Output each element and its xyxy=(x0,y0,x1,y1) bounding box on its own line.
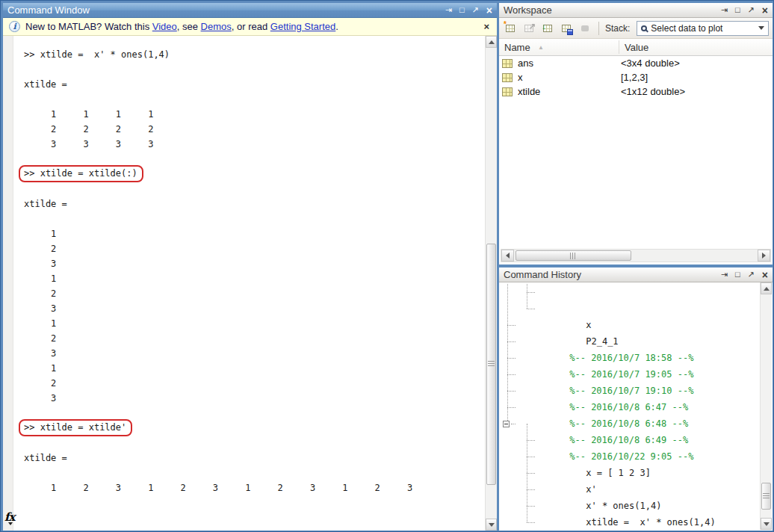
getting-started-link[interactable]: Getting Started xyxy=(270,21,335,32)
dock-icon[interactable]: ⇥ xyxy=(445,6,452,14)
console-line xyxy=(24,435,485,450)
history-item[interactable]: xtilde = x' * ones(1,4) xyxy=(501,481,760,498)
console-line-text: 1 xyxy=(24,363,56,374)
history-item[interactable]: %-- 2016/10/7 18:58 --% xyxy=(501,317,760,333)
console-line: 3 3 3 3 xyxy=(24,136,485,151)
console-line: 3 xyxy=(24,345,485,360)
variable-value: <1x12 double> xyxy=(621,86,685,97)
console-line: 2 xyxy=(24,241,485,256)
info-glyph: i xyxy=(13,22,16,31)
undock-icon[interactable]: ↗ xyxy=(472,6,479,14)
scrollbar-thumb[interactable] xyxy=(486,244,496,485)
workspace-variable-row[interactable]: ans <3x4 double> xyxy=(499,56,773,70)
video-link[interactable]: Video xyxy=(152,21,177,32)
value-column-header[interactable]: Value xyxy=(625,42,648,53)
console-line-text: 3 3 3 3 xyxy=(24,139,153,149)
history-item[interactable]: xtilde = xtilde' xyxy=(501,514,760,530)
history-item[interactable]: %-- 2016/10/7 19:10 --% xyxy=(501,350,760,366)
scroll-up-icon[interactable] xyxy=(761,282,772,294)
console-line: 1 xyxy=(24,226,485,241)
scrollbar-thumb[interactable] xyxy=(516,250,631,261)
banner-close-icon[interactable]: × xyxy=(482,21,491,32)
sort-ascending-icon: ▲ xyxy=(538,44,544,51)
demos-link[interactable]: Demos xyxy=(201,21,232,32)
import-data-button[interactable]: ↓ xyxy=(540,21,555,36)
console-line-text: 1 2 3 1 2 3 1 2 3 1 2 3 xyxy=(24,483,412,493)
history-item[interactable]: P2_4_1 xyxy=(501,300,760,317)
close-icon[interactable]: × xyxy=(762,5,768,16)
scroll-up-icon[interactable] xyxy=(486,36,497,48)
history-item[interactable]: %-- 2016/10/8 6:47 --% xyxy=(501,366,760,383)
scroll-down-icon[interactable] xyxy=(761,518,772,530)
console-line: xtilde = xyxy=(24,76,485,91)
console-line-text: xtilde = xyxy=(24,79,67,90)
variable-name: xtilde xyxy=(518,86,540,97)
console-line-text: 1 xyxy=(24,229,56,239)
variable-value: [1,2,3] xyxy=(621,72,648,83)
scroll-down-icon[interactable] xyxy=(486,519,497,531)
dropdown-arrow-icon xyxy=(758,26,764,30)
command-prompt[interactable]: fx >> xyxy=(24,510,485,525)
delete-variable-icon xyxy=(581,25,589,31)
dock-icon[interactable]: ⇥ xyxy=(721,270,728,279)
console-line: >> xtilde = xtilde' xyxy=(24,420,485,435)
console-line-text: 2 xyxy=(24,288,56,299)
command-window-scrollbar[interactable] xyxy=(485,36,497,531)
history-item[interactable]: %-- 2016/10/22 9:05 --% xyxy=(501,415,760,432)
history-item[interactable]: %-- 2016/10/8 6:49 --% xyxy=(501,399,760,415)
save-workspace-icon xyxy=(567,29,573,35)
console-line: 2 xyxy=(24,330,485,345)
name-column-header[interactable]: Name xyxy=(504,42,530,53)
history-item[interactable]: xtilde = xtilde(:) xyxy=(501,498,760,514)
workspace-variable-list: ans <3x4 double> x [1,2,3] xtilde <1x12 … xyxy=(499,56,773,247)
new-variable-button[interactable]: * xyxy=(503,21,518,36)
history-list: x P2_4_1 %-- 2016/10/7 18:58 --% %-- 201… xyxy=(501,284,760,530)
close-icon[interactable]: × xyxy=(762,270,768,280)
close-icon[interactable]: × xyxy=(486,5,492,16)
scrollbar-thumb[interactable] xyxy=(761,483,771,510)
collapse-icon[interactable] xyxy=(503,421,510,427)
plot-selector-dropdown[interactable]: Select data to plot xyxy=(637,21,769,36)
workspace-table-header: Name ▲ Value xyxy=(499,39,773,56)
maximize-icon[interactable]: □ xyxy=(735,270,740,279)
console-line-text: >> xtilde = xtilde' xyxy=(19,419,132,436)
workspace-variable-row[interactable]: xtilde <1x12 double> xyxy=(499,84,773,99)
command-window-title: Command Window xyxy=(7,4,438,16)
console-line: 1 xyxy=(24,360,485,375)
column-divider[interactable] xyxy=(619,40,619,54)
history-item[interactable]: x xyxy=(501,284,760,300)
history-item[interactable]: %-- 2016/10/8 6:48 --% xyxy=(501,383,760,399)
maximize-icon[interactable]: □ xyxy=(459,6,465,14)
undock-icon[interactable]: ↗ xyxy=(748,270,755,279)
banner-mid2: , or read xyxy=(232,21,270,32)
command-history-scrollbar[interactable] xyxy=(760,282,772,530)
dock-icon[interactable]: ⇥ xyxy=(721,6,728,14)
open-selection-button: ↗ xyxy=(521,21,536,36)
console-line-text: >> xtilde = x' * ones(1,4) xyxy=(24,49,170,60)
workspace-horizontal-scrollbar[interactable] xyxy=(501,249,771,262)
scroll-left-icon[interactable] xyxy=(501,250,514,262)
history-item[interactable]: x' xyxy=(501,448,760,465)
scroll-right-icon[interactable] xyxy=(758,250,770,262)
command-window-content[interactable]: >> xtilde = x' * ones(1,4)xtilde = 1 1 1… xyxy=(3,36,497,531)
console-line-text: 3 xyxy=(24,393,56,403)
matrix-variable-icon xyxy=(502,59,513,68)
console-line: 2 xyxy=(24,375,485,390)
history-item[interactable]: x' * ones(1,4) xyxy=(501,465,760,481)
maximize-icon[interactable]: □ xyxy=(735,6,740,14)
history-item[interactable]: %-- 2016/10/7 19:05 --% xyxy=(501,333,760,350)
console-line: 2 2 2 2 xyxy=(24,121,485,136)
workspace-variable-row[interactable]: x [1,2,3] xyxy=(499,70,773,84)
console-line: 1 2 3 1 2 3 1 2 3 1 2 3 xyxy=(24,480,485,495)
banner-prefix: New to MATLAB? Watch this xyxy=(25,21,152,32)
undock-icon[interactable]: ↗ xyxy=(748,6,755,14)
thumb-grip xyxy=(763,493,770,500)
variable-value: <3x4 double> xyxy=(621,58,680,69)
console-line: 2 xyxy=(24,285,485,300)
console-line-text: 1 xyxy=(24,273,56,284)
history-item[interactable]: x = [ 1 2 3] xyxy=(501,432,760,448)
fx-button[interactable]: fx xyxy=(4,510,14,525)
command-window-titlebar: Command Window ⇥ □ ↗ × xyxy=(3,3,497,18)
console-line: 3 xyxy=(24,390,485,405)
save-workspace-button[interactable] xyxy=(559,21,574,36)
